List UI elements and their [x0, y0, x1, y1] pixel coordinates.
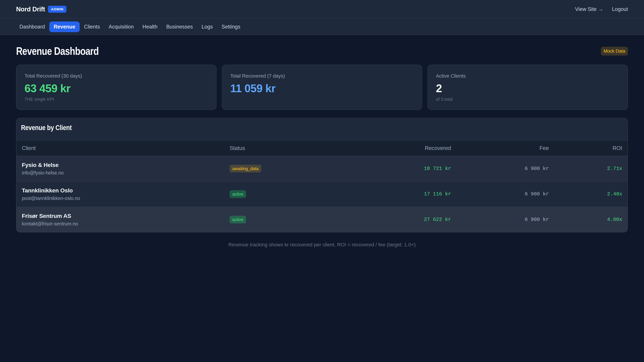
client-email: info@fysio-helse.no [22, 169, 219, 176]
status-badge: awaiting_data [230, 165, 261, 172]
roi-value: 4.00x [554, 207, 628, 232]
client-name: Fysio & Helse [22, 161, 219, 169]
page-head: Revenue Dashboard Mock Data [16, 45, 628, 57]
col-header-recovered: Recovered [346, 140, 456, 156]
col-header-roi: ROI [554, 140, 628, 156]
stat-label: Active Clients [436, 72, 620, 79]
stat-label: Total Recovered (7 days) [230, 72, 414, 79]
roi-value: 2.48x [554, 181, 628, 207]
status-badge: active [230, 216, 246, 223]
view-site-link[interactable]: View Site → [575, 6, 603, 12]
table-title: Revenue by Client [16, 118, 536, 140]
roi-value: 2.71x [554, 156, 628, 181]
nav-item-revenue[interactable]: Revenue [49, 21, 80, 32]
nav-item-logs[interactable]: Logs [197, 21, 217, 32]
stat-cards: Total Recovered (30 days) 63 459 kr THE … [16, 65, 628, 110]
nav-item-health[interactable]: Health [138, 21, 162, 32]
nav-item-businesses[interactable]: Businesses [162, 21, 197, 32]
brand: Nord Drift ADMIN [16, 6, 66, 13]
logout-link[interactable]: Logout [612, 6, 628, 12]
fee-value: 6 900 kr [456, 156, 554, 181]
table-row[interactable]: Frisør Sentrum AS kontakt@frisor-sentrum… [16, 207, 628, 232]
top-links: View Site → Logout [575, 6, 628, 12]
fee-value: 6 900 kr [456, 181, 554, 207]
stat-card-active-clients: Active Clients 2 of 3 total [428, 65, 628, 110]
nav-item-acquisition[interactable]: Acquisition [104, 21, 138, 32]
stat-card-total-7d: Total Recovered (7 days) 11 059 kr [222, 65, 422, 110]
revenue-by-client-card: Revenue by Client Client Status Recovere… [16, 118, 628, 232]
status-badge: active [230, 190, 246, 198]
stat-value: 63 459 kr [24, 82, 208, 95]
client-email: post@tannklinikken-oslo.no [22, 195, 219, 202]
stat-label: Total Recovered (30 days) [24, 72, 208, 79]
table-row[interactable]: Fysio & Helse info@fysio-helse.no awaiti… [16, 156, 628, 181]
stat-value: 2 [436, 82, 620, 95]
revenue-table: Client Status Recovered Fee ROI Fysio & … [16, 140, 628, 232]
client-name: Frisør Sentrum AS [22, 212, 219, 220]
main-content: Revenue Dashboard Mock Data Total Recove… [0, 35, 644, 248]
table-row[interactable]: Tannklinikken Oslo post@tannklinikken-os… [16, 181, 628, 207]
stat-sub: THE single KPI [24, 96, 208, 102]
stat-value: 11 059 kr [230, 82, 414, 95]
mock-data-badge: Mock Data [601, 47, 628, 55]
recovered-value: 17 116 kr [346, 181, 456, 207]
topbar: Nord Drift ADMIN View Site → Logout Dash… [0, 0, 644, 35]
nav-item-settings[interactable]: Settings [217, 21, 245, 32]
stat-sub: of 3 total [436, 96, 620, 102]
recovered-value: 18 721 kr [346, 156, 456, 181]
footnote: Revenue tracking shows kr recovered per … [16, 241, 628, 248]
nav: Dashboard Revenue Clients Acquisition He… [0, 19, 644, 35]
topbar-row: Nord Drift ADMIN View Site → Logout [0, 0, 644, 19]
fee-value: 6 900 kr [456, 207, 554, 232]
nav-item-dashboard[interactable]: Dashboard [15, 21, 49, 32]
table-header-row: Client Status Recovered Fee ROI [16, 140, 628, 156]
col-header-fee: Fee [456, 140, 554, 156]
recovered-value: 27 622 kr [346, 207, 456, 232]
admin-badge: ADMIN [48, 6, 66, 13]
stat-card-total-30d: Total Recovered (30 days) 63 459 kr THE … [16, 65, 216, 110]
page-title: Revenue Dashboard [16, 45, 98, 57]
brand-name: Nord Drift [16, 6, 45, 13]
col-header-status: Status [224, 140, 346, 156]
nav-item-clients[interactable]: Clients [80, 21, 104, 32]
col-header-client: Client [16, 140, 224, 156]
client-email: kontakt@frisor-sentrum.no [22, 220, 219, 227]
client-name: Tannklinikken Oslo [22, 187, 219, 194]
